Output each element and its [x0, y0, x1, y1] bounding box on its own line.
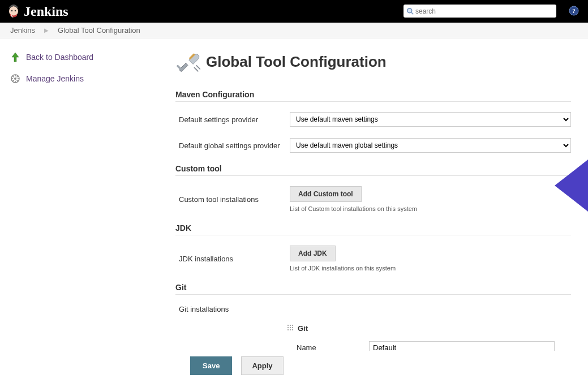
label-default-settings: Default settings provider — [179, 115, 285, 124]
apply-button[interactable]: Apply — [241, 356, 283, 375]
row-custom-tool: Custom tool installations Add Custom too… — [175, 180, 571, 218]
drag-handle-icon[interactable] — [286, 324, 294, 333]
svg-point-12 — [290, 325, 291, 326]
gear-icon — [9, 72, 22, 85]
tools-icon — [175, 49, 200, 75]
help-custom-tool: List of Custom tool installations on thi… — [290, 205, 571, 212]
svg-text:?: ? — [572, 7, 576, 14]
section-jdk: JDK — [175, 223, 571, 235]
search-input[interactable] — [414, 7, 556, 15]
help-icon[interactable]: ? — [569, 6, 579, 16]
svg-point-13 — [292, 325, 293, 326]
svg-point-11 — [287, 325, 289, 326]
select-global-settings[interactable]: Use default maven global settings — [290, 138, 571, 153]
add-custom-tool-button[interactable]: Add Custom tool — [290, 186, 362, 202]
select-default-settings[interactable]: Use default maven settings — [290, 112, 571, 127]
sidebar-item-back[interactable]: Back to Dashboard — [9, 48, 171, 69]
section-custom-tool: Custom tool — [175, 164, 571, 176]
svg-point-14 — [287, 327, 289, 328]
svg-point-19 — [292, 329, 293, 330]
breadcrumb-root[interactable]: Jenkins — [10, 26, 35, 35]
svg-point-16 — [292, 327, 293, 328]
row-default-settings: Default settings provider Use default ma… — [175, 106, 571, 132]
up-arrow-icon — [9, 51, 22, 63]
git-item-title: Git — [298, 324, 308, 333]
app-name: Jenkins — [24, 4, 68, 19]
svg-line-4 — [411, 12, 413, 14]
svg-point-1 — [11, 10, 13, 11]
search-box[interactable] — [404, 5, 556, 18]
add-jdk-button[interactable]: Add JDK — [290, 246, 336, 261]
svg-point-3 — [407, 8, 411, 12]
search-icon — [406, 7, 414, 15]
sidebar-item-manage[interactable]: Manage Jenkins — [9, 69, 171, 91]
row-git: Git installations — [175, 299, 571, 319]
breadcrumb-current[interactable]: Global Tool Configuration — [58, 26, 140, 35]
svg-point-17 — [287, 329, 289, 330]
label-custom-installs: Custom tool installations — [179, 195, 285, 204]
breadcrumb: Jenkins ▶ Global Tool Configuration — [0, 23, 588, 38]
label-git-installs: Git installations — [179, 305, 285, 313]
git-item-title-row: Git — [286, 324, 571, 333]
page-title-row: Global Tool Configuration — [175, 49, 571, 75]
sidebar: Back to Dashboard Manage Jenkins — [0, 38, 175, 383]
section-maven: Maven Configuration — [175, 90, 571, 102]
jenkins-logo[interactable]: Jenkins — [7, 3, 68, 20]
help-jdk: List of JDK installations on this system — [290, 265, 571, 272]
svg-point-15 — [290, 327, 291, 328]
breadcrumb-separator-icon: ▶ — [44, 27, 49, 33]
label-jdk-installs: JDK installations — [179, 255, 285, 263]
sidebar-label-manage: Manage Jenkins — [26, 74, 84, 83]
svg-point-2 — [15, 10, 16, 11]
main-content: Global Tool Configuration Maven Configur… — [175, 38, 588, 383]
label-global-settings: Default global settings provider — [179, 141, 285, 150]
svg-point-18 — [290, 329, 291, 330]
page-title: Global Tool Configuration — [206, 53, 387, 71]
save-button[interactable]: Save — [190, 356, 232, 375]
bottom-button-bar: Save Apply — [179, 351, 588, 383]
top-header: Jenkins ? — [0, 0, 588, 23]
jenkins-face-icon — [7, 3, 20, 20]
sidebar-label-back: Back to Dashboard — [26, 53, 93, 62]
row-jdk: JDK installations Add JDK List of JDK in… — [175, 240, 571, 277]
section-git: Git — [175, 283, 571, 295]
row-global-settings: Default global settings provider Use def… — [175, 132, 571, 158]
svg-point-8 — [14, 78, 16, 80]
